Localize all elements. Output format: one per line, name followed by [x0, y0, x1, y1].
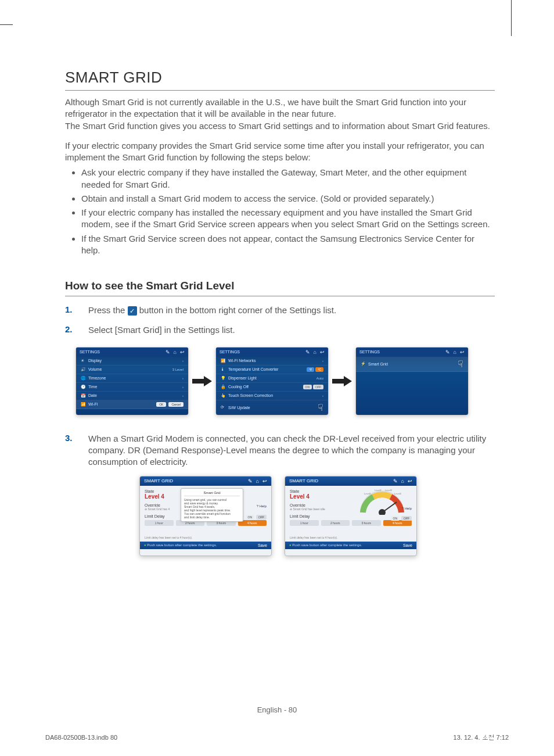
edit-icon: ✎: [166, 349, 170, 355]
row-value: Auto: [316, 377, 323, 380]
crop-mark: [511, 0, 512, 36]
svg-text:Level2: Level2: [375, 489, 382, 492]
save-button: Save: [403, 543, 412, 547]
home-icon: ⌂: [314, 349, 316, 355]
svg-line-3: [382, 502, 397, 513]
titlebar-icons: ✎⌂↩: [393, 478, 412, 484]
row-label: Touch Screen Correction: [228, 393, 273, 397]
svg-marker-0: [192, 376, 212, 386]
intro-text-1: Although Smart Grid is not currently ava…: [65, 97, 466, 119]
wifi-icon: 📶: [81, 402, 85, 407]
tooltip-line: and limit delay time.: [184, 515, 240, 519]
hour-1-button: 1 hour: [145, 520, 174, 526]
row-label: Time: [88, 385, 97, 389]
subheading: How to see the Smart Grid Level: [65, 280, 495, 292]
home-icon: ⌂: [174, 349, 177, 355]
edit-icon: ✎: [305, 349, 310, 355]
bullet-item: If the Smart Grid Service screen does no…: [81, 233, 495, 257]
bottom-hint: ● Push save button after complete the se…: [289, 543, 362, 547]
date-icon: 📅: [81, 393, 85, 398]
back-icon: ↩: [180, 349, 185, 355]
screenshot-row: SETTINGS ✎ ⌂ ↩ ☀Display› 🔊Volume3 Level …: [75, 347, 495, 415]
screen-body: State Level 4 Override ※ Smart Grid has …: [285, 486, 416, 542]
hour-3-button: 3 hours: [352, 520, 381, 526]
step-number: 3.: [65, 433, 88, 468]
back-icon: ↩: [408, 478, 412, 484]
titlebar-icons: ✎ ⌂ ↩: [166, 349, 185, 355]
step-2: 2. Select [Smart Grid] in the Settings l…: [65, 324, 495, 336]
row-chevron-icon: ›: [182, 377, 184, 380]
screen-title: SMART GRID: [144, 478, 173, 484]
settings-row-sw-update: ⟳S/W Update☟: [216, 400, 328, 415]
hour-2-button: 2 hours: [321, 520, 350, 526]
row-label: Smart Grid: [368, 362, 388, 366]
row-label: Temperature Unit Converter: [228, 367, 278, 371]
footer-filename: DA68-02500B-13.indb 80: [45, 734, 117, 741]
level-gauge-icon: Level1 Level2 Level3 Level4: [359, 489, 405, 515]
row-label: Dispenser Light: [228, 376, 257, 380]
edit-icon: ✎: [248, 478, 253, 484]
save-button: Save: [258, 543, 267, 547]
footer-timestamp: 13. 12. 4. 소전 7:12: [454, 734, 509, 741]
smartgrid-tooltip: Smart Grid Using smart grid, you can con…: [181, 488, 243, 522]
volume-icon: 🔊: [81, 367, 85, 372]
svg-text:Level4: Level4: [394, 492, 402, 495]
hour-4-button: 4 hours: [383, 520, 412, 526]
svg-marker-1: [332, 376, 352, 386]
home-icon: ⌂: [401, 478, 404, 484]
touch-icon: 👆: [221, 393, 225, 398]
smartgrid-icon: ⚡: [361, 361, 365, 366]
footer-page-number: English - 80: [0, 705, 554, 714]
lock-icon: 🔒: [221, 385, 225, 389]
titlebar-icons: ✎ ⌂ ↩: [305, 349, 325, 355]
unit-c: °C: [315, 367, 323, 372]
divider: [65, 90, 495, 91]
limit-set-text: Limit delay has been set to 4 hour(s).: [145, 536, 192, 539]
settings-row-timezone: 🌐Timezone›: [76, 374, 188, 383]
time-icon: 🕒: [81, 385, 85, 389]
settings-row-volume: 🔊Volume3 Level: [76, 366, 188, 374]
help-button: ? Help: [402, 507, 412, 510]
override-toggle: ON OFF: [246, 515, 267, 519]
step-3: 3. When a Smart Grid Modem is connected,…: [65, 433, 495, 468]
step-1-post: button in the bottom right corner of the…: [137, 305, 337, 315]
timezone-icon: 🌐: [81, 376, 85, 381]
page: SMART GRID Although Smart Grid is not cu…: [0, 0, 554, 756]
bullet-item: Obtain and install a Smart Grid modem to…: [81, 193, 495, 205]
screen-bottombar: ● Push save button after complete the se…: [285, 542, 416, 549]
row-label: Display: [88, 359, 102, 363]
step-text: When a Smart Grid Modem is connected, yo…: [88, 433, 495, 468]
update-icon: ⟳: [221, 405, 225, 410]
home-icon: ⌂: [256, 478, 259, 484]
settings-row-date: 📅Date›: [76, 392, 188, 400]
settings-screen-1: SETTINGS ✎ ⌂ ↩ ☀Display› 🔊Volume3 Level …: [75, 347, 189, 415]
off-toggle: OFF: [401, 516, 412, 521]
display-icon: ☀: [81, 359, 85, 363]
settings-row-time: 🕒Time›: [76, 383, 188, 392]
settings-row-display: ☀Display›: [76, 357, 188, 366]
screen-titlebar: SMART GRID ✎⌂↩: [285, 476, 416, 486]
back-icon: ↩: [320, 349, 325, 355]
row-label: Wi-Fi Networks: [228, 359, 256, 363]
titlebar-icons: ✎ ⌂ ↩: [445, 349, 465, 355]
row-label: Volume: [88, 367, 102, 371]
home-icon: ⌂: [454, 349, 456, 355]
screen-title: SETTINGS: [359, 350, 380, 354]
cancel-button: Cancel: [168, 402, 184, 407]
hand-cursor-icon: ☟: [458, 359, 463, 370]
smartgrid-screen-tooltip: SMART GRID ✎⌂↩ State Level 4 Override ※ …: [139, 476, 272, 556]
row-chevron-icon: ›: [182, 359, 184, 363]
arrow-right-icon: [332, 376, 352, 386]
ok-button: OK: [156, 402, 166, 407]
row-chevron-icon: ›: [182, 394, 184, 397]
row-chevron-icon: ›: [182, 385, 184, 389]
hour-buttons: 1 hour 2 hours 3 hours 4 hours: [290, 520, 412, 526]
screen-body: State Level 4 Override ※ Smart Grid has …: [140, 486, 271, 542]
on-label: ON: [303, 385, 312, 389]
settings-row-smart-grid: ⚡Smart Grid ☟: [356, 357, 468, 372]
hour-1-button: 1 hour: [290, 520, 319, 526]
off-toggle: OFF: [256, 515, 267, 519]
row-label: Date: [88, 393, 97, 397]
settings-screen-3: SETTINGS ✎ ⌂ ↩ ⚡Smart Grid ☟: [355, 347, 469, 415]
temp-icon: 🌡: [221, 367, 225, 372]
